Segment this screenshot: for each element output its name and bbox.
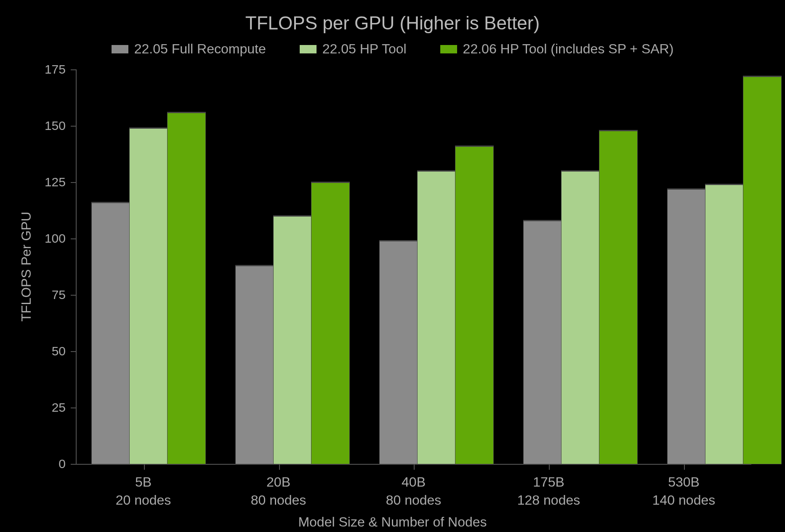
x-category-line2: 80 nodes [346, 491, 481, 509]
y-tick-label: 75 [52, 288, 66, 302]
chart-title: TFLOPS per GPU (Higher is Better) [17, 13, 768, 34]
x-tick [212, 464, 347, 471]
x-tick [77, 464, 212, 471]
x-category-label: 5B20 nodes [76, 473, 211, 509]
legend-label-2: 22.06 HP Tool (includes SP + SAR) [463, 41, 674, 57]
x-category-label: 20B80 nodes [211, 473, 346, 509]
legend-item-1: 22.05 HP Tool [300, 41, 407, 57]
bar [92, 202, 130, 464]
x-category-line2: 128 nodes [481, 491, 616, 509]
bar [668, 189, 705, 464]
y-tick [71, 182, 77, 183]
bar [599, 130, 637, 464]
bar-group [77, 69, 221, 464]
y-tick [71, 126, 77, 127]
x-category-line2: 80 nodes [211, 491, 346, 509]
bar [524, 220, 561, 464]
bar [168, 112, 205, 464]
y-tick [71, 69, 77, 70]
bar [311, 182, 349, 464]
x-category-line1: 20B [211, 473, 346, 491]
x-category-label: 175B128 nodes [481, 473, 616, 509]
x-tick [482, 464, 617, 471]
legend-swatch-2 [440, 45, 457, 53]
y-axis-label: TFLOPS Per GPU [19, 212, 34, 321]
legend-swatch-0 [112, 45, 128, 53]
legend-item-2: 22.06 HP Tool (includes SP + SAR) [440, 41, 674, 57]
x-ticks [77, 464, 751, 471]
legend-label-0: 22.05 Full Recompute [134, 41, 266, 57]
y-tick-label: 0 [59, 457, 66, 471]
y-tick-label: 150 [45, 119, 66, 133]
bar [705, 184, 743, 464]
y-tick-label: 175 [45, 62, 66, 77]
y-tick [71, 464, 77, 465]
bar-group [221, 69, 365, 464]
x-category-line2: 20 nodes [76, 491, 211, 509]
y-tick-label: 100 [45, 231, 66, 246]
x-category-line1: 5B [76, 473, 211, 491]
legend: 22.05 Full Recompute 22.05 HP Tool 22.06… [17, 41, 768, 57]
chart-container: TFLOPS per GPU (Higher is Better) 22.05 … [0, 0, 785, 532]
bar-group [365, 69, 508, 464]
x-axis-title: Model Size & Number of Nodes [17, 514, 768, 530]
bar [743, 76, 781, 464]
y-tick [71, 238, 77, 239]
legend-label-1: 22.05 HP Tool [322, 41, 407, 57]
bar [418, 171, 455, 464]
bar [274, 216, 311, 464]
x-labels: 5B20 nodes20B80 nodes40B80 nodes175B128 … [76, 473, 751, 509]
x-category-line2: 140 nodes [616, 491, 751, 509]
legend-item-0: 22.05 Full Recompute [112, 41, 266, 57]
plot-area: TFLOPS Per GPU 0255075100125150175 [76, 69, 751, 465]
bar [561, 171, 599, 464]
y-tick-label: 50 [52, 344, 66, 358]
y-ticks: 0255075100125150175 [69, 69, 77, 464]
y-tick-label: 125 [45, 175, 66, 189]
y-tick [71, 408, 77, 408]
bar [380, 241, 418, 464]
bar [130, 128, 168, 464]
x-tick [616, 464, 751, 471]
x-category-label: 530B140 nodes [616, 473, 751, 509]
bar [236, 265, 274, 464]
x-category-label: 40B80 nodes [346, 473, 481, 509]
bars-area [77, 69, 751, 464]
y-tick-label: 25 [52, 400, 66, 415]
y-tick [71, 351, 77, 352]
y-tick [71, 295, 77, 296]
x-category-line1: 175B [481, 473, 616, 491]
x-category-line1: 530B [616, 473, 751, 491]
x-category-line1: 40B [346, 473, 481, 491]
legend-swatch-1 [300, 45, 317, 53]
x-tick [346, 464, 482, 471]
bar-group [652, 69, 785, 464]
bar [455, 146, 493, 464]
bar-group [508, 69, 652, 464]
